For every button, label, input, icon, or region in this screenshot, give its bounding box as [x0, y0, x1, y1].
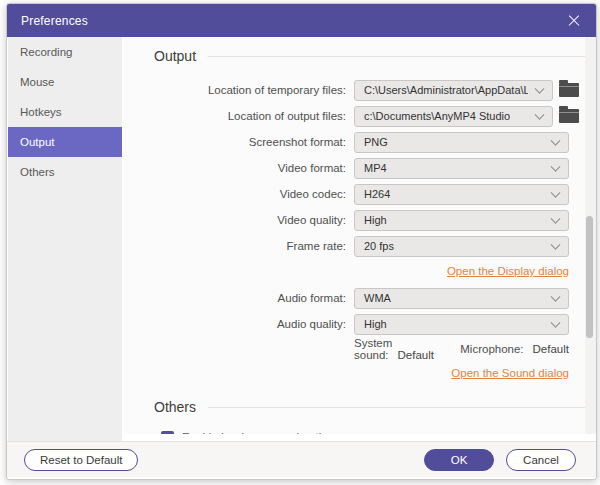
output-settings-panel: Output Location of temporary files: C:\U… [123, 37, 597, 434]
open-display-dialog-link[interactable]: Open the Display dialog [447, 265, 569, 277]
hardware-acceleration-row[interactable]: Enable hardware acceleration [161, 430, 597, 434]
titlebar: Preferences [7, 4, 596, 37]
system-sound-status: System sound:Default [354, 337, 460, 361]
audio-quality-label: Audio quality: [123, 318, 346, 330]
hardware-acceleration-label: Enable hardware acceleration [182, 430, 334, 434]
cancel-button[interactable]: Cancel [506, 449, 576, 471]
screenshot-format-value: PNG [364, 136, 388, 148]
sidebar: Recording Mouse Hotkeys Output Others [8, 37, 122, 441]
window-title: Preferences [21, 14, 88, 28]
frame-rate-value: 20 fps [364, 240, 394, 252]
section-divider [208, 407, 587, 408]
form-row-video-quality: Video quality: High [123, 207, 597, 233]
reset-to-default-button[interactable]: Reset to Default [24, 449, 138, 471]
chevron-down-icon [551, 318, 561, 328]
sidebar-item-others[interactable]: Others [8, 157, 122, 187]
microphone-label: Microphone: [460, 343, 523, 355]
chevron-down-icon [551, 188, 561, 198]
sidebar-item-output[interactable]: Output [8, 127, 122, 157]
chevron-down-icon [535, 84, 545, 94]
video-quality-value: High [364, 214, 387, 226]
scrollbar-track[interactable] [585, 37, 597, 434]
display-link-row: Open the Display dialog [123, 261, 597, 281]
form-row-screenshot-format: Screenshot format: PNG [123, 129, 597, 155]
output-section-header: Output [154, 48, 587, 64]
video-format-value: MP4 [364, 162, 387, 174]
sidebar-item-hotkeys[interactable]: Hotkeys [8, 97, 122, 127]
frame-rate-label: Frame rate: [123, 240, 346, 252]
chevron-down-icon [551, 162, 561, 172]
scrollbar-thumb[interactable] [586, 216, 593, 338]
output-files-label: Location of output files: [123, 110, 346, 122]
footer-bar: Reset to Default OK Cancel [7, 441, 596, 477]
output-files-value: c:\Documents\AnyMP4 Studio [364, 110, 510, 122]
sidebar-item-recording[interactable]: Recording [8, 37, 122, 67]
others-section-header: Others [154, 399, 587, 415]
video-codec-label: Video codec: [123, 188, 346, 200]
video-format-dropdown[interactable]: MP4 [354, 158, 569, 179]
audio-format-label: Audio format: [123, 292, 346, 304]
video-quality-dropdown[interactable]: High [354, 210, 569, 231]
chevron-down-icon [551, 292, 561, 302]
video-format-label: Video format: [123, 162, 346, 174]
chevron-down-icon [535, 110, 545, 120]
sidebar-item-mouse[interactable]: Mouse [8, 67, 122, 97]
form-row-video-format: Video format: MP4 [123, 155, 597, 181]
audio-format-dropdown[interactable]: WMA [354, 288, 569, 309]
screenshot-format-label: Screenshot format: [123, 136, 346, 148]
temp-files-label: Location of temporary files: [123, 84, 346, 96]
form-row-audio-format: Audio format: WMA [123, 285, 597, 311]
system-sound-label: System sound: [354, 337, 392, 361]
folder-browse-icon[interactable] [559, 109, 579, 123]
chevron-down-icon [551, 136, 561, 146]
form-row-frame-rate: Frame rate: 20 fps [123, 233, 597, 259]
section-title-others: Others [154, 399, 196, 415]
form-row-audio-quality: Audio quality: High [123, 311, 597, 337]
temp-files-value: C:\Users\Administrator\AppData\Loca [364, 84, 528, 96]
sound-link-row: Open the Sound dialog [123, 363, 597, 383]
audio-quality-dropdown[interactable]: High [354, 314, 569, 335]
microphone-status: Microphone:Default [460, 343, 569, 355]
audio-quality-value: High [364, 318, 387, 330]
close-icon[interactable] [566, 13, 582, 29]
output-files-dropdown[interactable]: c:\Documents\AnyMP4 Studio [354, 106, 553, 127]
frame-rate-dropdown[interactable]: 20 fps [354, 236, 569, 257]
video-quality-label: Video quality: [123, 214, 346, 226]
chevron-down-icon [551, 240, 561, 250]
video-codec-value: H264 [364, 188, 390, 200]
output-form-rows: Location of temporary files: C:\Users\Ad… [123, 77, 597, 259]
video-codec-dropdown[interactable]: H264 [354, 184, 569, 205]
checkbox-checked-icon[interactable] [161, 431, 174, 434]
sound-status-row: System sound:Default Microphone:Default [354, 337, 569, 361]
form-row-temp-files: Location of temporary files: C:\Users\Ad… [123, 77, 597, 103]
form-row-output-files: Location of output files: c:\Documents\A… [123, 103, 597, 129]
open-sound-dialog-link[interactable]: Open the Sound dialog [451, 367, 569, 379]
screen: Preferences Recording Mouse Hotkeys Outp… [0, 0, 600, 485]
screenshot-format-dropdown[interactable]: PNG [354, 132, 569, 153]
folder-browse-icon[interactable] [559, 83, 579, 97]
system-sound-value: Default [398, 349, 434, 361]
section-divider [208, 56, 587, 57]
temp-files-dropdown[interactable]: C:\Users\Administrator\AppData\Loca [354, 80, 553, 101]
chevron-down-icon [551, 214, 561, 224]
ok-button[interactable]: OK [424, 449, 494, 471]
form-row-video-codec: Video codec: H264 [123, 181, 597, 207]
audio-format-value: WMA [364, 292, 391, 304]
section-title-output: Output [154, 48, 196, 64]
microphone-value: Default [533, 343, 569, 355]
audio-form-rows: Audio format: WMA Audio quality: High [123, 285, 597, 337]
preferences-dialog: Preferences Recording Mouse Hotkeys Outp… [6, 3, 597, 480]
